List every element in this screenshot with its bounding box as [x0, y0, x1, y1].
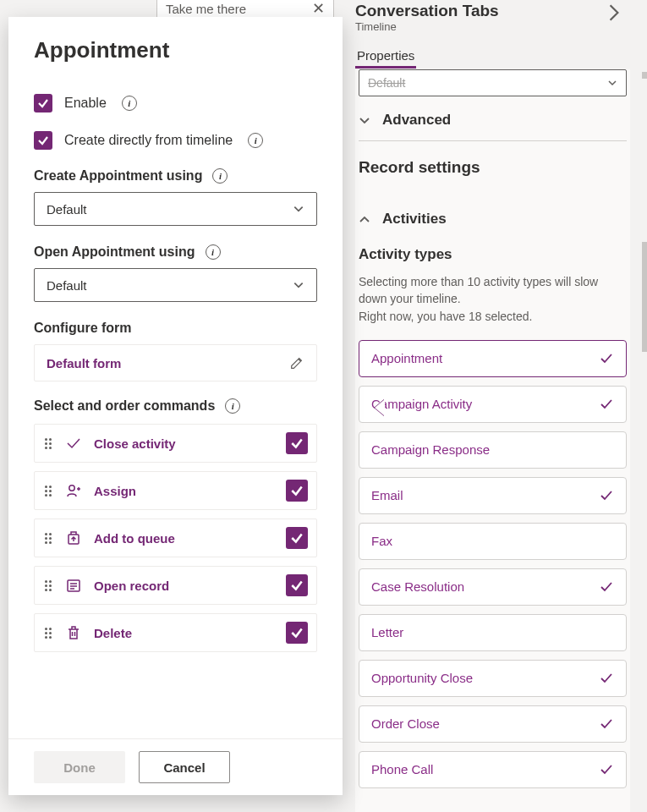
command-item[interactable]: Close activity	[34, 424, 317, 463]
type-label: Appointment	[371, 351, 442, 365]
activities-section[interactable]: Activities	[359, 189, 627, 239]
record-settings-heading: Record settings	[359, 141, 627, 189]
header-title: Conversation Tabs	[355, 2, 623, 20]
configure-form-row[interactable]: Default form	[34, 344, 317, 381]
activity-types-label: Activity types	[359, 246, 627, 263]
activity-type-item[interactable]: Campaign Response	[359, 431, 627, 469]
chevron-right-icon[interactable]	[608, 3, 620, 22]
command-label: Add to queue	[94, 531, 274, 546]
drag-handle-icon[interactable]	[43, 580, 53, 591]
open-icon	[65, 577, 82, 594]
enable-checkbox-row[interactable]: Enable i	[34, 94, 317, 112]
command-item[interactable]: Delete	[34, 613, 317, 652]
chevron-up-icon	[359, 213, 370, 225]
chevron-down-icon	[293, 203, 304, 215]
chevron-down-icon	[607, 78, 617, 88]
info-icon[interactable]: i	[248, 133, 263, 148]
activity-type-item[interactable]: Order Close	[359, 705, 627, 743]
activity-type-item[interactable]: Email	[359, 477, 627, 514]
configure-form-label: Configure form	[34, 321, 317, 336]
info-icon[interactable]: i	[212, 168, 228, 184]
checkbox-checked-icon[interactable]	[34, 131, 52, 150]
select-value: Default	[47, 278, 87, 293]
activity-type-item[interactable]: Letter	[359, 614, 627, 651]
check-icon	[599, 488, 614, 503]
done-button[interactable]: Done	[34, 751, 125, 783]
panel-footer: Done Cancel	[8, 738, 343, 795]
drag-handle-icon[interactable]	[43, 486, 53, 497]
commands-label: Select and order commands i	[34, 398, 317, 414]
section-label: Activities	[382, 211, 447, 228]
header-subtitle: Timeline	[355, 20, 623, 33]
info-icon[interactable]: i	[122, 96, 137, 111]
panel-title: Appointment	[34, 37, 317, 63]
check-icon	[599, 762, 614, 777]
type-label: Letter	[371, 625, 403, 639]
scrollbar-thumb[interactable]	[642, 72, 647, 79]
queue-icon	[65, 529, 82, 546]
activity-type-item[interactable]: Case Resolution	[359, 568, 627, 606]
advanced-section[interactable]: Advanced	[359, 96, 627, 140]
tab-properties[interactable]: Properties	[355, 45, 416, 69]
activity-type-item[interactable]: Appointment	[359, 340, 627, 377]
create-using-select[interactable]: Default	[34, 192, 317, 226]
check-icon	[599, 579, 614, 595]
section-label: Advanced	[382, 112, 451, 129]
properties-select[interactable]: Default	[359, 69, 627, 96]
type-label: Campaign Activity	[371, 397, 472, 411]
type-label: Campaign Response	[371, 442, 490, 457]
edit-icon[interactable]	[289, 355, 304, 370]
select-value: Default	[47, 202, 87, 217]
appointment-panel: Appointment Enable i Create directly fro…	[8, 17, 343, 795]
select-value: Default	[368, 76, 405, 90]
checkbox-checked-icon[interactable]	[286, 527, 308, 549]
command-item[interactable]: Open record	[34, 566, 317, 605]
checkbox-checked-icon[interactable]	[286, 622, 308, 644]
type-label: Phone Call	[371, 762, 433, 776]
open-using-label: Open Appointment using i	[34, 244, 317, 260]
tab-bar: Properties	[355, 45, 623, 69]
type-label: Fax	[371, 534, 392, 548]
cancel-button[interactable]: Cancel	[139, 751, 230, 783]
type-label: Case Resolution	[371, 579, 464, 594]
right-header: Conversation Tabs Timeline Properties	[355, 0, 639, 69]
svg-point-0	[69, 486, 74, 491]
info-icon[interactable]: i	[206, 244, 221, 260]
drag-handle-icon[interactable]	[43, 438, 53, 449]
drag-handle-icon[interactable]	[43, 628, 53, 639]
create-timeline-checkbox-row[interactable]: Create directly from timeline i	[34, 131, 317, 150]
create-using-label: Create Appointment using i	[34, 168, 317, 184]
info-icon[interactable]: i	[225, 398, 240, 414]
activity-type-item[interactable]: Phone Call	[359, 751, 627, 788]
command-label: Delete	[94, 626, 274, 640]
command-label: Open record	[94, 579, 274, 593]
check-icon	[599, 716, 614, 732]
check-icon	[65, 435, 82, 452]
delete-icon	[65, 624, 82, 641]
form-name: Default form	[47, 356, 121, 370]
command-list: Close activity Assign Add to queue Open …	[34, 424, 317, 652]
checkbox-checked-icon[interactable]	[286, 480, 308, 502]
drag-handle-icon[interactable]	[43, 533, 53, 544]
command-label: Close activity	[94, 436, 274, 451]
type-label: Email	[371, 488, 403, 502]
activity-type-list: Appointment Campaign Activity Campaign R…	[359, 340, 627, 788]
command-item[interactable]: Assign	[34, 471, 317, 510]
right-panel: Default Advanced Record settings Activit…	[355, 69, 630, 812]
check-icon	[599, 671, 614, 686]
enable-label: Enable	[64, 96, 107, 111]
open-using-select[interactable]: Default	[34, 268, 317, 302]
checkbox-checked-icon[interactable]	[34, 94, 52, 112]
activity-type-item[interactable]: Fax	[359, 523, 627, 560]
close-icon[interactable]: ✕	[312, 0, 325, 18]
checkbox-checked-icon[interactable]	[286, 574, 308, 596]
checkbox-checked-icon[interactable]	[286, 432, 308, 454]
assign-icon	[65, 482, 82, 499]
activity-type-item[interactable]: Campaign Activity	[359, 386, 627, 423]
scrollbar-thumb[interactable]	[642, 242, 647, 352]
activity-type-item[interactable]: Opportunity Close	[359, 660, 627, 697]
command-item[interactable]: Add to queue	[34, 518, 317, 557]
chevron-down-icon	[359, 114, 370, 126]
chevron-down-icon	[293, 279, 304, 291]
type-label: Order Close	[371, 716, 440, 731]
